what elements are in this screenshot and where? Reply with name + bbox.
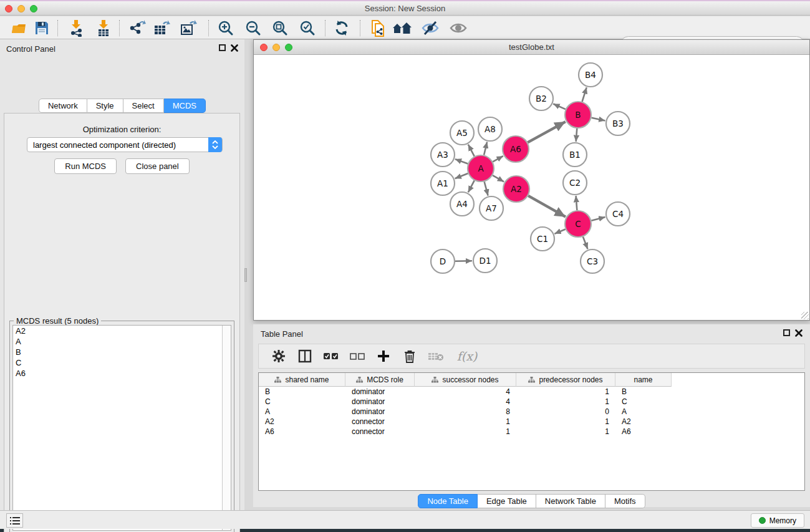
table-cell[interactable]: connector: [345, 417, 415, 427]
table-cell[interactable]: B: [259, 387, 345, 397]
graph-node-A3[interactable]: A3: [431, 143, 455, 167]
table-cell[interactable]: 1: [516, 387, 615, 397]
graph-edge-A-A3[interactable]: [455, 159, 468, 163]
export-image-icon[interactable]: [178, 19, 199, 37]
graph-node-A[interactable]: A: [468, 155, 494, 181]
open-file-icon[interactable]: [9, 19, 30, 37]
table-cell[interactable]: dominator: [345, 397, 415, 407]
graph-node-C3[interactable]: C3: [581, 249, 604, 273]
export-network-icon[interactable]: [127, 19, 148, 37]
hide-selected-icon[interactable]: [420, 19, 441, 37]
float-panel-icon[interactable]: [219, 44, 226, 51]
float-table-panel-icon[interactable]: [783, 329, 790, 336]
table-cell[interactable]: 0: [516, 407, 615, 417]
table-row[interactable]: A6connector11A6: [259, 427, 804, 437]
mcds-result-item[interactable]: A2: [13, 326, 231, 336]
graph-edge-B-B1[interactable]: [576, 128, 577, 142]
memory-button[interactable]: Memory: [751, 513, 804, 528]
table-cell[interactable]: connector: [345, 427, 415, 437]
graph-node-B3[interactable]: B3: [606, 112, 630, 135]
mcds-result-item[interactable]: A: [13, 336, 231, 347]
tab-edge-table[interactable]: Edge Table: [478, 494, 536, 508]
window-resize-grip[interactable]: [801, 312, 809, 319]
close-table-panel-icon[interactable]: [795, 329, 803, 337]
criterion-dropdown[interactable]: largest connected component (directed): [27, 137, 223, 152]
show-all-icon[interactable]: [448, 19, 469, 37]
deselect-checks-icon[interactable]: [349, 347, 366, 365]
graph-edge-B-B4[interactable]: [582, 87, 587, 102]
save-session-icon[interactable]: [31, 19, 52, 37]
graph-edge-A-A5[interactable]: [468, 145, 475, 157]
graph-node-A6[interactable]: A6: [503, 136, 529, 162]
table-cell[interactable]: 1: [516, 417, 615, 427]
table-row[interactable]: Cdominator41C: [259, 397, 804, 407]
tab-network[interactable]: Network: [39, 99, 87, 113]
graph-node-A1[interactable]: A1: [431, 172, 455, 195]
tab-node-table[interactable]: Node Table: [418, 494, 478, 508]
mcds-result-item[interactable]: A6: [13, 368, 231, 379]
first-neighbors-icon[interactable]: [392, 19, 413, 37]
graph-node-C2[interactable]: C2: [563, 171, 587, 195]
network-graph-canvas[interactable]: AA6A2BCA5A8A3A1A4A7B2B4B3B1C2C4C1C3DD1: [254, 56, 809, 320]
graph-node-A5[interactable]: A5: [450, 121, 474, 145]
table-settings-icon[interactable]: [270, 347, 287, 365]
table-cell[interactable]: 8: [415, 407, 516, 417]
network-window-titlebar[interactable]: testGlobe.txt: [254, 40, 809, 55]
column-header-shared-name[interactable]: shared name: [259, 373, 345, 387]
table-cell[interactable]: B: [615, 387, 672, 397]
panel-splitter-handle[interactable]: [244, 268, 247, 282]
zoom-fit-icon[interactable]: [269, 19, 291, 37]
graph-edge-C-C1[interactable]: [554, 230, 565, 234]
graph-node-D[interactable]: D: [431, 249, 455, 273]
graph-edge-A-A4[interactable]: [468, 180, 475, 192]
table-cell[interactable]: 1: [516, 397, 615, 407]
tab-motifs[interactable]: Motifs: [605, 494, 645, 508]
refresh-view-icon[interactable]: [331, 19, 352, 37]
table-cell[interactable]: A: [259, 407, 345, 417]
table-cell[interactable]: C: [259, 397, 345, 407]
zoom-selected-icon[interactable]: [297, 19, 318, 37]
graph-node-C1[interactable]: C1: [531, 227, 554, 251]
close-panel-icon[interactable]: [231, 44, 238, 52]
mcds-result-item[interactable]: B: [13, 347, 231, 357]
delete-columns-icon[interactable]: [401, 347, 418, 365]
table-row[interactable]: Bdominator41B: [259, 387, 804, 397]
table-cell[interactable]: A6: [259, 427, 345, 437]
delete-table-icon[interactable]: [427, 347, 445, 365]
table-cell[interactable]: A: [615, 407, 672, 417]
duplicate-network-icon[interactable]: [368, 19, 389, 37]
import-network-icon[interactable]: [65, 19, 87, 37]
tab-style[interactable]: Style: [87, 99, 123, 113]
table-cell[interactable]: 1: [516, 427, 615, 437]
import-table-icon[interactable]: [93, 19, 114, 37]
graph-edge-A-A8[interactable]: [484, 142, 487, 155]
graph-node-A4[interactable]: A4: [450, 192, 474, 216]
graph-edge-A-A6[interactable]: [493, 156, 503, 162]
graph-edge-A-A2[interactable]: [493, 175, 504, 181]
table-cell[interactable]: 4: [415, 387, 516, 397]
split-view-icon[interactable]: [296, 347, 314, 365]
column-header-successor-nodes[interactable]: successor nodes: [415, 373, 516, 387]
graph-edge-C-C3[interactable]: [583, 237, 588, 249]
table-row[interactable]: Adominator80A: [259, 407, 804, 417]
column-header-MCDS-role[interactable]: MCDS role: [345, 373, 415, 387]
export-table-icon[interactable]: [151, 19, 172, 37]
graph-node-B[interactable]: B: [565, 102, 591, 128]
graph-node-A2[interactable]: A2: [503, 176, 529, 202]
graph-edge-A-A7[interactable]: [485, 181, 488, 195]
table-row[interactable]: A2connector11A2: [259, 417, 804, 427]
column-header-predecessor-nodes[interactable]: predecessor nodes: [516, 373, 615, 387]
table-cell[interactable]: C: [615, 397, 672, 407]
create-column-icon[interactable]: [375, 347, 392, 365]
graph-node-C[interactable]: C: [565, 211, 591, 237]
table-cell[interactable]: A2: [615, 417, 672, 427]
function-builder-icon[interactable]: f(x): [453, 347, 481, 365]
graph-node-B1[interactable]: B1: [563, 143, 587, 167]
select-all-checks-icon[interactable]: [322, 347, 340, 365]
table-cell[interactable]: dominator: [345, 407, 415, 417]
graph-edge-A-A1[interactable]: [455, 173, 468, 178]
table-cell[interactable]: 4: [415, 397, 516, 407]
tab-mcds[interactable]: MCDS: [164, 99, 206, 113]
graph-node-C4[interactable]: C4: [606, 202, 630, 226]
graph-edge-A6-B[interactable]: [528, 122, 566, 142]
